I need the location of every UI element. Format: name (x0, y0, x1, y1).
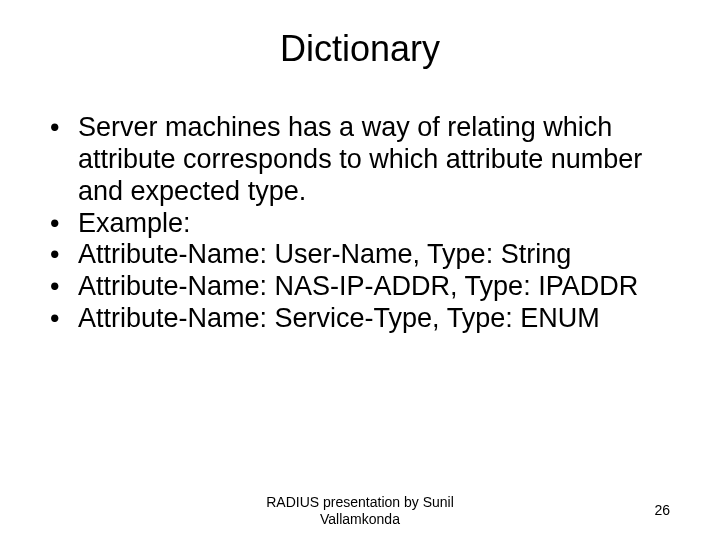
slide-title: Dictionary (50, 28, 670, 70)
bullet-item: Server machines has a way of relating wh… (50, 112, 670, 208)
bullet-item: Attribute-Name: Service-Type, Type: ENUM (50, 303, 670, 335)
slide-content: Server machines has a way of relating wh… (50, 112, 670, 540)
bullet-item: Attribute-Name: User-Name, Type: String (50, 239, 670, 271)
slide-footer: RADIUS presentation by SunilVallamkonda (0, 494, 720, 528)
slide-container: Dictionary Server machines has a way of … (0, 0, 720, 540)
bullet-item: Attribute-Name: NAS-IP-ADDR, Type: IPADD… (50, 271, 670, 303)
bullet-item: Example: (50, 208, 670, 240)
footer-text: RADIUS presentation by SunilVallamkonda (266, 494, 454, 528)
bullet-list: Server machines has a way of relating wh… (50, 112, 670, 335)
page-number: 26 (654, 502, 670, 518)
